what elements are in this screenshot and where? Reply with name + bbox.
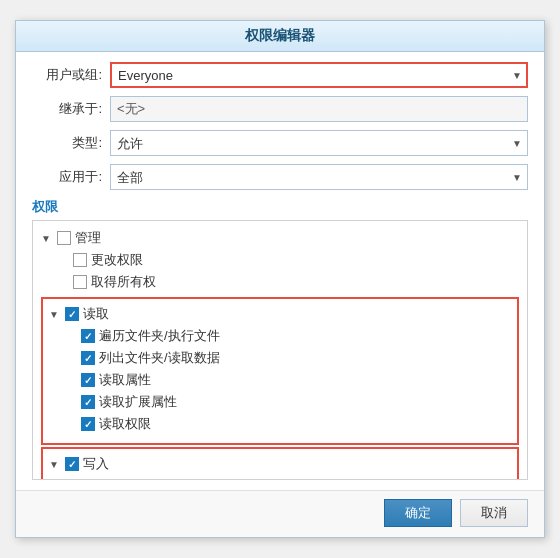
manage-checkbox[interactable] — [57, 231, 71, 245]
traverse-checkbox[interactable] — [81, 329, 95, 343]
perm-group-manage-header[interactable]: ▼ 管理 — [41, 227, 519, 249]
write-chevron-icon: ▼ — [49, 459, 61, 470]
perm-item-read-attr: 读取属性 — [49, 369, 511, 391]
dialog-footer: 确定 取消 — [16, 490, 544, 537]
manage-items: 更改权限 取得所有权 — [41, 249, 519, 293]
permissions-title: 权限 — [32, 198, 528, 216]
manage-label: 管理 — [75, 229, 101, 247]
read-attr-checkbox[interactable] — [81, 373, 95, 387]
cancel-button[interactable]: 取消 — [460, 499, 528, 527]
read-ext-attr-checkbox[interactable] — [81, 395, 95, 409]
permissions-area[interactable]: ▼ 管理 更改权限 取得所有权 — [32, 220, 528, 480]
dialog-body: 用户或组: Everyone ▼ 继承于: <无> 类型: 允许 ▼ — [16, 52, 544, 490]
user-group-select-wrapper: Everyone ▼ — [110, 62, 528, 88]
type-select-wrapper: 允许 ▼ — [110, 130, 528, 156]
change-perms-label: 更改权限 — [91, 251, 143, 269]
perm-item-create-file: 创建文件/写入数据 — [49, 475, 511, 480]
read-items: 遍历文件夹/执行文件 列出文件夹/读取数据 读取属性 — [49, 325, 511, 435]
read-ext-attr-label: 读取扩展属性 — [99, 393, 177, 411]
read-label: 读取 — [83, 305, 109, 323]
apply-row: 应用于: 全部 ▼ — [32, 164, 528, 190]
perm-group-read-header[interactable]: ▼ 读取 — [49, 303, 511, 325]
perm-item-change-perms: 更改权限 — [41, 249, 519, 271]
apply-label: 应用于: — [32, 168, 102, 186]
read-attr-label: 读取属性 — [99, 371, 151, 389]
inherit-row: 继承于: <无> — [32, 96, 528, 122]
permission-editor-dialog: 权限编辑器 用户或组: Everyone ▼ 继承于: <无> 类型: 允许 — [15, 20, 545, 538]
write-checkbox[interactable] — [65, 457, 79, 471]
traverse-label: 遍历文件夹/执行文件 — [99, 327, 220, 345]
list-folder-label: 列出文件夹/读取数据 — [99, 349, 220, 367]
read-perms-checkbox[interactable] — [81, 417, 95, 431]
perm-item-take-ownership: 取得所有权 — [41, 271, 519, 293]
read-chevron-icon: ▼ — [49, 309, 61, 320]
perm-group-read: ▼ 读取 遍历文件夹/执行文件 列出文件夹/读取数据 — [49, 303, 511, 435]
take-ownership-label: 取得所有权 — [91, 273, 156, 291]
read-checkbox[interactable] — [65, 307, 79, 321]
dialog-title: 权限编辑器 — [16, 21, 544, 52]
write-items: 创建文件/写入数据 创建文件夹/附加数据 — [49, 475, 511, 480]
create-file-checkbox[interactable] — [81, 479, 95, 480]
permissions-section: 权限 ▼ 管理 更改权限 — [32, 198, 528, 480]
perm-group-write: ▼ 写入 创建文件/写入数据 创建文件夹/附加数据 — [49, 453, 511, 480]
user-group-label: 用户或组: — [32, 66, 102, 84]
change-perms-checkbox[interactable] — [73, 253, 87, 267]
apply-select-wrapper: 全部 ▼ — [110, 164, 528, 190]
type-row: 类型: 允许 ▼ — [32, 130, 528, 156]
perm-group-read-box: ▼ 读取 遍历文件夹/执行文件 列出文件夹/读取数据 — [41, 297, 519, 445]
perm-item-read-perms: 读取权限 — [49, 413, 511, 435]
perm-group-manage: ▼ 管理 更改权限 取得所有权 — [41, 227, 519, 293]
apply-select[interactable]: 全部 — [110, 164, 528, 190]
take-ownership-checkbox[interactable] — [73, 275, 87, 289]
type-label: 类型: — [32, 134, 102, 152]
confirm-button[interactable]: 确定 — [384, 499, 452, 527]
perm-group-write-header[interactable]: ▼ 写入 — [49, 453, 511, 475]
type-select[interactable]: 允许 — [110, 130, 528, 156]
perm-group-write-box: ▼ 写入 创建文件/写入数据 创建文件夹/附加数据 — [41, 447, 519, 480]
perm-item-list-folder: 列出文件夹/读取数据 — [49, 347, 511, 369]
user-group-row: 用户或组: Everyone ▼ — [32, 62, 528, 88]
inherit-value: <无> — [110, 96, 528, 122]
inherit-label: 继承于: — [32, 100, 102, 118]
manage-chevron-icon: ▼ — [41, 233, 53, 244]
list-folder-checkbox[interactable] — [81, 351, 95, 365]
create-file-label: 创建文件/写入数据 — [99, 477, 207, 480]
read-perms-label: 读取权限 — [99, 415, 151, 433]
perm-item-traverse: 遍历文件夹/执行文件 — [49, 325, 511, 347]
perm-item-read-ext-attr: 读取扩展属性 — [49, 391, 511, 413]
user-group-select[interactable]: Everyone — [110, 62, 528, 88]
write-label: 写入 — [83, 455, 109, 473]
